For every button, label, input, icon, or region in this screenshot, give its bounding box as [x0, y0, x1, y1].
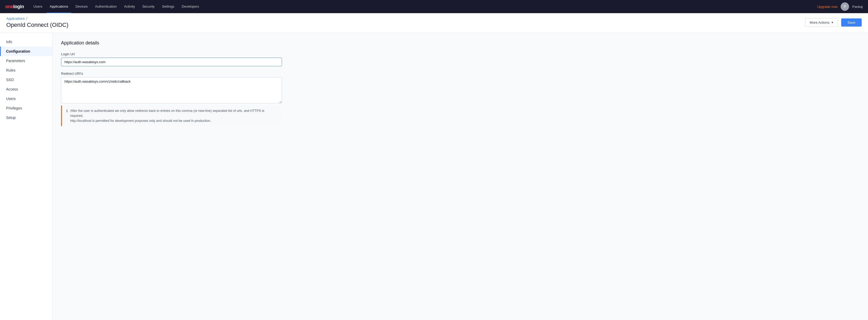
- breadcrumb-link[interactable]: Applications: [6, 17, 25, 21]
- navbar-nav: Users Applications Devices Authenticatio…: [30, 0, 811, 13]
- info-text: After the user is authenticated we only …: [70, 109, 278, 123]
- avatar[interactable]: P: [841, 2, 849, 11]
- redirect-uris-group: Redirect URI's https://auth.wasabisys.co…: [61, 71, 860, 126]
- content-area: Application details Login Url Redirect U…: [53, 33, 868, 320]
- sidebar-item-rules[interactable]: Rules: [0, 65, 52, 75]
- dropdown-caret-icon: ▼: [831, 21, 834, 24]
- more-actions-button[interactable]: More Actions ▼: [805, 18, 838, 27]
- sidebar-item-privileges[interactable]: Privileges: [0, 104, 52, 113]
- nav-item-developers[interactable]: Developers: [179, 0, 202, 13]
- redirect-uris-input[interactable]: https://auth.wasabisys.com/v1/oidc/callb…: [61, 77, 282, 104]
- sidebar-item-setup[interactable]: Setup: [0, 113, 52, 122]
- upgrade-link[interactable]: Upgrade now: [817, 5, 837, 9]
- navbar-right: Upgrade now P Pankaj: [817, 2, 863, 11]
- breadcrumb: Applications /: [6, 16, 68, 21]
- sidebar: Info Configuration Parameters Rules SSO …: [0, 33, 53, 320]
- nav-item-security[interactable]: Security: [139, 0, 158, 13]
- more-actions-label: More Actions: [810, 21, 829, 25]
- sidebar-item-sso[interactable]: SSO: [0, 75, 52, 85]
- navbar: onelogin Users Applications Devices Auth…: [0, 0, 868, 13]
- redirect-uris-label: Redirect URI's: [61, 71, 860, 76]
- info-text-line1: After the user is authenticated we only …: [70, 109, 265, 118]
- info-text-line2: http://localhost is permitted for develo…: [70, 119, 211, 123]
- section-title: Application details: [61, 40, 860, 46]
- sidebar-item-parameters[interactable]: Parameters: [0, 56, 52, 65]
- logo-white: login: [13, 4, 24, 9]
- page-header: Applications / OpenId Connect (OIDC) Mor…: [0, 13, 868, 33]
- page-title: OpenId Connect (OIDC): [6, 22, 68, 28]
- main-layout: Info Configuration Parameters Rules SSO …: [0, 33, 868, 320]
- nav-item-devices[interactable]: Devices: [72, 0, 91, 13]
- login-url-group: Login Url: [61, 52, 860, 66]
- nav-item-users[interactable]: Users: [30, 0, 45, 13]
- sidebar-item-configuration[interactable]: Configuration: [0, 47, 52, 56]
- info-icon: ℹ: [66, 109, 68, 113]
- logo-red: one: [5, 4, 13, 9]
- nav-item-authentication[interactable]: Authentication: [92, 0, 120, 13]
- nav-item-activity[interactable]: Activity: [121, 0, 138, 13]
- user-name[interactable]: Pankaj: [852, 5, 863, 9]
- redirect-uris-info-box: ℹ After the user is authenticated we onl…: [61, 105, 282, 126]
- brand-logo[interactable]: onelogin: [5, 4, 24, 9]
- save-button[interactable]: Save: [841, 19, 862, 27]
- login-url-label: Login Url: [61, 52, 860, 56]
- login-url-input[interactable]: [61, 58, 282, 66]
- breadcrumb-area: Applications / OpenId Connect (OIDC): [6, 16, 68, 28]
- sidebar-item-users[interactable]: Users: [0, 94, 52, 104]
- header-actions: More Actions ▼ Save: [805, 18, 862, 27]
- nav-item-applications[interactable]: Applications: [46, 0, 71, 13]
- sidebar-item-info[interactable]: Info: [0, 37, 52, 47]
- sidebar-item-access[interactable]: Access: [0, 85, 52, 94]
- nav-item-settings[interactable]: Settings: [159, 0, 178, 13]
- breadcrumb-separator: /: [26, 16, 27, 21]
